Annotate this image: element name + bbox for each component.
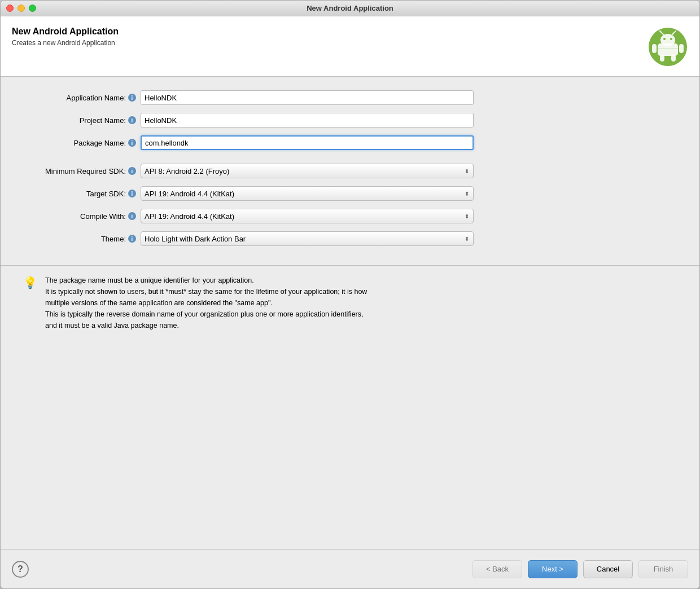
compile-with-select[interactable]: API 19: Android 4.4 (KitKat) (141, 209, 474, 223)
info-section: 💡 The package name must be a unique iden… (1, 266, 699, 340)
package-name-info-icon[interactable]: i (128, 139, 136, 147)
application-name-row: Application Name: i (23, 90, 677, 105)
main-window: New Android Application New Android Appl… (0, 0, 700, 589)
info-text: The package name must be a unique identi… (45, 275, 367, 331)
project-name-input[interactable] (141, 113, 474, 128)
finish-button[interactable]: Finish (638, 560, 688, 578)
help-button[interactable]: ? (12, 561, 29, 578)
header-section: New Android Application Creates a new An… (1, 16, 699, 77)
target-sdk-label: Target SDK: i (23, 190, 136, 198)
page-subtitle: Creates a new Android Application (12, 39, 119, 47)
target-sdk-row: Target SDK: i API 8: Android 2.2 (Froyo)… (23, 186, 677, 201)
svg-rect-7 (652, 44, 657, 53)
compile-with-row: Compile With: i API 19: Android 4.4 (Kit… (23, 209, 677, 223)
package-name-label: Package Name: i (23, 139, 136, 147)
traffic-lights (6, 5, 36, 12)
target-sdk-info-icon[interactable]: i (128, 190, 136, 197)
footer-left: ? (12, 561, 29, 578)
min-sdk-info-icon[interactable]: i (128, 167, 136, 175)
svg-point-3 (663, 38, 666, 40)
theme-select-wrapper: Holo Light with Dark Action Bar Holo Dar… (141, 231, 474, 246)
maximize-button[interactable] (29, 5, 36, 12)
minimize-button[interactable] (18, 5, 25, 12)
cancel-button[interactable]: Cancel (583, 560, 633, 578)
application-name-label: Application Name: i (23, 94, 136, 102)
project-name-label: Project Name: i (23, 116, 136, 125)
form-section: Application Name: i Project Name: i Pack… (1, 77, 699, 265)
theme-info-icon[interactable]: i (128, 235, 136, 243)
application-name-info-icon[interactable]: i (128, 94, 136, 102)
content-area: New Android Application Creates a new An… (1, 16, 699, 588)
compile-with-label: Compile With: i (23, 212, 136, 221)
svg-rect-9 (660, 55, 664, 61)
application-name-input[interactable] (141, 90, 474, 105)
min-sdk-row: Minimum Required SDK: i API 8: Android 2… (23, 164, 677, 178)
target-sdk-select-wrapper: API 8: Android 2.2 (Froyo) API 19: Andro… (141, 186, 474, 201)
theme-select[interactable]: Holo Light with Dark Action Bar Holo Dar… (141, 231, 474, 246)
theme-row: Theme: i Holo Light with Dark Action Bar… (23, 231, 677, 246)
back-button[interactable]: < Back (473, 560, 522, 578)
project-name-row: Project Name: i (23, 113, 677, 128)
content-spacer (1, 340, 699, 549)
bulb-icon: 💡 (23, 276, 37, 289)
min-sdk-select-wrapper: API 8: Android 2.2 (Froyo) API 10: Andro… (141, 164, 474, 178)
min-sdk-select[interactable]: API 8: Android 2.2 (Froyo) API 10: Andro… (141, 164, 474, 178)
header-text: New Android Application Creates a new An… (12, 27, 119, 47)
min-sdk-label: Minimum Required SDK: i (23, 167, 136, 175)
svg-point-2 (660, 34, 675, 46)
theme-label: Theme: i (23, 235, 136, 243)
svg-point-4 (670, 38, 672, 40)
next-button[interactable]: Next > (528, 560, 578, 578)
footer-buttons: < Back Next > Cancel Finish (473, 560, 688, 578)
footer: ? < Back Next > Cancel Finish (1, 549, 699, 588)
svg-rect-10 (671, 55, 676, 61)
window-title: New Android Application (307, 4, 393, 12)
package-name-input[interactable] (141, 135, 474, 150)
compile-with-select-wrapper: API 19: Android 4.4 (KitKat) ⬍ (141, 209, 474, 223)
project-name-info-icon[interactable]: i (128, 116, 136, 124)
page-title: New Android Application (12, 27, 119, 37)
target-sdk-select[interactable]: API 8: Android 2.2 (Froyo) API 19: Andro… (141, 186, 474, 201)
title-bar: New Android Application (1, 1, 699, 16)
package-name-row: Package Name: i (23, 135, 677, 150)
compile-with-info-icon[interactable]: i (128, 212, 136, 220)
close-button[interactable] (6, 5, 14, 12)
android-logo (648, 27, 688, 67)
svg-rect-8 (679, 44, 684, 53)
